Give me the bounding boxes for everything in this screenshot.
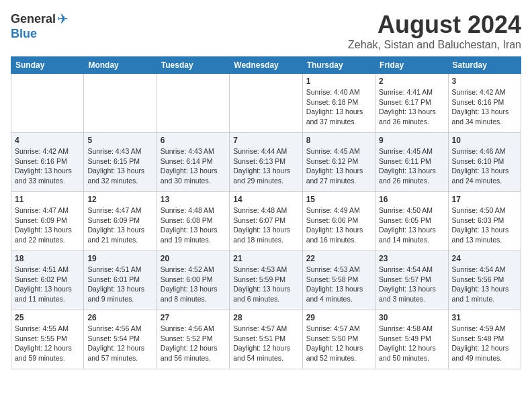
calendar-header: SundayMondayTuesdayWednesdayThursdayFrid…	[11, 57, 521, 74]
day-info: Sunrise: 4:56 AM Sunset: 5:54 PM Dayligh…	[87, 324, 152, 363]
day-number: 4	[15, 136, 80, 145]
page-header: General ✈ Blue August 2024 Zehak, Sistan…	[11, 11, 521, 51]
day-number: 21	[233, 254, 298, 263]
day-number: 15	[306, 195, 371, 204]
day-number: 11	[15, 195, 80, 204]
calendar-day-cell: 5Sunrise: 4:43 AM Sunset: 6:15 PM Daylig…	[84, 133, 157, 192]
month-title: August 2024	[348, 11, 521, 39]
calendar-day-cell: 8Sunrise: 4:45 AM Sunset: 6:12 PM Daylig…	[302, 133, 375, 192]
day-of-week-header: Saturday	[448, 57, 521, 74]
day-number: 23	[379, 254, 444, 263]
calendar-day-cell: 25Sunrise: 4:55 AM Sunset: 5:55 PM Dayli…	[11, 310, 84, 369]
day-number: 20	[161, 254, 226, 263]
day-number: 31	[452, 313, 517, 322]
calendar-day-cell: 12Sunrise: 4:47 AM Sunset: 6:09 PM Dayli…	[84, 192, 157, 251]
calendar-day-cell	[230, 74, 302, 133]
day-info: Sunrise: 4:57 AM Sunset: 5:50 PM Dayligh…	[306, 324, 371, 363]
day-number: 7	[233, 136, 298, 145]
day-info: Sunrise: 4:53 AM Sunset: 5:59 PM Dayligh…	[233, 265, 298, 304]
day-info: Sunrise: 4:51 AM Sunset: 6:01 PM Dayligh…	[87, 265, 152, 304]
day-of-week-header: Sunday	[11, 57, 84, 74]
calendar-day-cell: 2Sunrise: 4:41 AM Sunset: 6:17 PM Daylig…	[375, 74, 448, 133]
day-number: 14	[233, 195, 298, 204]
calendar-day-cell: 23Sunrise: 4:54 AM Sunset: 5:57 PM Dayli…	[375, 251, 448, 310]
day-number: 10	[452, 136, 517, 145]
day-number: 19	[87, 254, 152, 263]
day-number: 2	[379, 77, 444, 86]
calendar-day-cell: 13Sunrise: 4:48 AM Sunset: 6:08 PM Dayli…	[157, 192, 229, 251]
day-number: 17	[452, 195, 517, 204]
day-number: 25	[15, 313, 80, 322]
calendar-week-row: 11Sunrise: 4:47 AM Sunset: 6:09 PM Dayli…	[11, 192, 521, 251]
logo-general: General	[11, 12, 56, 26]
calendar-day-cell: 4Sunrise: 4:42 AM Sunset: 6:16 PM Daylig…	[11, 133, 84, 192]
calendar-day-cell: 15Sunrise: 4:49 AM Sunset: 6:06 PM Dayli…	[302, 192, 375, 251]
location-title: Zehak, Sistan and Baluchestan, Iran	[348, 39, 521, 51]
day-number: 16	[379, 195, 444, 204]
day-info: Sunrise: 4:48 AM Sunset: 6:08 PM Dayligh…	[161, 205, 226, 245]
calendar-day-cell: 22Sunrise: 4:53 AM Sunset: 5:58 PM Dayli…	[302, 251, 375, 310]
logo: General ✈ Blue	[11, 11, 69, 41]
day-number: 27	[161, 313, 226, 322]
day-info: Sunrise: 4:55 AM Sunset: 5:55 PM Dayligh…	[15, 324, 80, 363]
day-number: 8	[306, 136, 371, 145]
day-of-week-header: Friday	[375, 57, 448, 74]
day-number: 9	[379, 136, 444, 145]
calendar-week-row: 25Sunrise: 4:55 AM Sunset: 5:55 PM Dayli…	[11, 310, 521, 369]
day-of-week-header: Tuesday	[157, 57, 229, 74]
calendar-day-cell: 29Sunrise: 4:57 AM Sunset: 5:50 PM Dayli…	[302, 310, 375, 369]
day-number: 22	[306, 254, 371, 263]
calendar-week-row: 1Sunrise: 4:40 AM Sunset: 6:18 PM Daylig…	[11, 74, 521, 133]
calendar-day-cell: 19Sunrise: 4:51 AM Sunset: 6:01 PM Dayli…	[84, 251, 157, 310]
day-number: 28	[233, 313, 298, 322]
day-info: Sunrise: 4:41 AM Sunset: 6:17 PM Dayligh…	[379, 87, 444, 127]
day-info: Sunrise: 4:48 AM Sunset: 6:07 PM Dayligh…	[233, 205, 298, 245]
day-info: Sunrise: 4:47 AM Sunset: 6:09 PM Dayligh…	[87, 205, 152, 245]
calendar-day-cell: 9Sunrise: 4:45 AM Sunset: 6:11 PM Daylig…	[375, 133, 448, 192]
day-info: Sunrise: 4:50 AM Sunset: 6:03 PM Dayligh…	[452, 205, 517, 245]
calendar-day-cell: 3Sunrise: 4:42 AM Sunset: 6:16 PM Daylig…	[448, 74, 521, 133]
calendar-day-cell: 7Sunrise: 4:44 AM Sunset: 6:13 PM Daylig…	[230, 133, 302, 192]
title-area: August 2024 Zehak, Sistan and Baluchesta…	[348, 11, 521, 51]
day-info: Sunrise: 4:45 AM Sunset: 6:11 PM Dayligh…	[379, 146, 444, 186]
calendar-day-cell	[84, 74, 157, 133]
calendar-day-cell	[11, 74, 84, 133]
calendar-day-cell: 6Sunrise: 4:43 AM Sunset: 6:14 PM Daylig…	[157, 133, 229, 192]
day-of-week-header: Wednesday	[230, 57, 302, 74]
day-info: Sunrise: 4:46 AM Sunset: 6:10 PM Dayligh…	[452, 146, 517, 186]
calendar-day-cell: 11Sunrise: 4:47 AM Sunset: 6:09 PM Dayli…	[11, 192, 84, 251]
calendar-day-cell: 21Sunrise: 4:53 AM Sunset: 5:59 PM Dayli…	[230, 251, 302, 310]
day-info: Sunrise: 4:53 AM Sunset: 5:58 PM Dayligh…	[306, 265, 371, 304]
day-info: Sunrise: 4:54 AM Sunset: 5:57 PM Dayligh…	[379, 265, 444, 304]
calendar-table: SundayMondayTuesdayWednesdayThursdayFrid…	[11, 56, 521, 369]
day-info: Sunrise: 4:43 AM Sunset: 6:15 PM Dayligh…	[87, 146, 152, 186]
calendar-day-cell: 26Sunrise: 4:56 AM Sunset: 5:54 PM Dayli…	[84, 310, 157, 369]
day-number: 3	[452, 77, 517, 86]
calendar-day-cell: 18Sunrise: 4:51 AM Sunset: 6:02 PM Dayli…	[11, 251, 84, 310]
calendar-day-cell: 10Sunrise: 4:46 AM Sunset: 6:10 PM Dayli…	[448, 133, 521, 192]
calendar-day-cell: 1Sunrise: 4:40 AM Sunset: 6:18 PM Daylig…	[302, 74, 375, 133]
day-info: Sunrise: 4:44 AM Sunset: 6:13 PM Dayligh…	[233, 146, 298, 186]
day-info: Sunrise: 4:52 AM Sunset: 6:00 PM Dayligh…	[161, 265, 226, 304]
day-number: 29	[306, 313, 371, 322]
calendar-day-cell: 20Sunrise: 4:52 AM Sunset: 6:00 PM Dayli…	[157, 251, 229, 310]
day-info: Sunrise: 4:50 AM Sunset: 6:05 PM Dayligh…	[379, 205, 444, 245]
day-info: Sunrise: 4:58 AM Sunset: 5:49 PM Dayligh…	[379, 324, 444, 363]
calendar-day-cell: 16Sunrise: 4:50 AM Sunset: 6:05 PM Dayli…	[375, 192, 448, 251]
day-info: Sunrise: 4:40 AM Sunset: 6:18 PM Dayligh…	[306, 87, 371, 127]
calendar-day-cell: 27Sunrise: 4:56 AM Sunset: 5:52 PM Dayli…	[157, 310, 229, 369]
day-number: 18	[15, 254, 80, 263]
calendar-day-cell: 14Sunrise: 4:48 AM Sunset: 6:07 PM Dayli…	[230, 192, 302, 251]
day-info: Sunrise: 4:42 AM Sunset: 6:16 PM Dayligh…	[452, 87, 517, 127]
calendar-day-cell	[157, 74, 229, 133]
day-number: 24	[452, 254, 517, 263]
calendar-day-cell: 17Sunrise: 4:50 AM Sunset: 6:03 PM Dayli…	[448, 192, 521, 251]
day-of-week-header: Monday	[84, 57, 157, 74]
day-info: Sunrise: 4:51 AM Sunset: 6:02 PM Dayligh…	[15, 265, 80, 304]
calendar-day-cell: 31Sunrise: 4:59 AM Sunset: 5:48 PM Dayli…	[448, 310, 521, 369]
day-info: Sunrise: 4:59 AM Sunset: 5:48 PM Dayligh…	[452, 324, 517, 363]
day-info: Sunrise: 4:47 AM Sunset: 6:09 PM Dayligh…	[15, 205, 80, 245]
calendar-day-cell: 28Sunrise: 4:57 AM Sunset: 5:51 PM Dayli…	[230, 310, 302, 369]
day-info: Sunrise: 4:43 AM Sunset: 6:14 PM Dayligh…	[161, 146, 226, 186]
day-info: Sunrise: 4:42 AM Sunset: 6:16 PM Dayligh…	[15, 146, 80, 186]
